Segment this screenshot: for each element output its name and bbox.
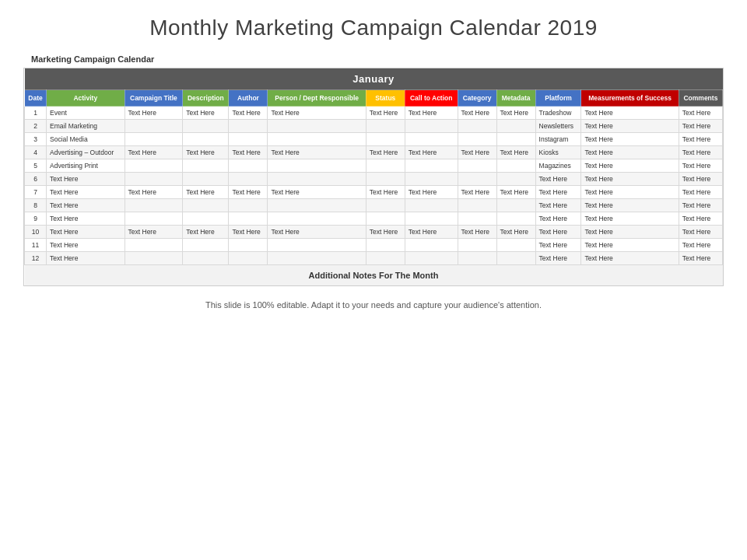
cell-activity: Event bbox=[47, 107, 125, 120]
table-row: 2Email MarketingNewslettersText HereText… bbox=[25, 120, 723, 133]
cell-author: Text Here bbox=[229, 186, 268, 199]
cell-platform: Text Here bbox=[535, 252, 581, 265]
cell-cta: Text Here bbox=[405, 107, 458, 120]
cell-author: Text Here bbox=[229, 226, 268, 239]
cell-measure: Text Here bbox=[581, 107, 679, 120]
cell-activity: Text Here bbox=[47, 212, 125, 226]
cell-activity: Email Marketing bbox=[47, 120, 125, 133]
cell-author bbox=[229, 133, 268, 146]
cell-platform: Instagram bbox=[535, 133, 581, 146]
cell-metadata bbox=[496, 159, 535, 173]
col-header-metadata: Metadata bbox=[496, 90, 535, 107]
cell-comments: Text Here bbox=[679, 120, 722, 133]
cell-person bbox=[268, 120, 366, 133]
cell-status bbox=[366, 133, 405, 146]
cell-num: 11 bbox=[25, 239, 47, 252]
cell-platform: Text Here bbox=[535, 199, 581, 212]
cell-category: Text Here bbox=[458, 226, 496, 239]
cell-desc bbox=[183, 252, 229, 265]
table-row: 11Text HereText HereText HereText Here bbox=[25, 239, 723, 252]
cell-category bbox=[458, 173, 496, 186]
cell-measure: Text Here bbox=[581, 120, 679, 133]
cell-status: Text Here bbox=[366, 226, 405, 239]
cell-cta bbox=[405, 212, 458, 226]
table-row: 8Text HereText HereText HereText Here bbox=[25, 199, 723, 212]
cell-activity: Advertising Print bbox=[47, 159, 125, 173]
cell-platform: Tradeshow bbox=[535, 107, 581, 120]
cell-category bbox=[458, 120, 496, 133]
cell-campaign bbox=[124, 159, 183, 173]
table-row: 6Text HereText HereText HereText Here bbox=[25, 173, 723, 186]
cell-category bbox=[458, 133, 496, 146]
cell-activity: Advertising – Outdoor bbox=[47, 146, 125, 159]
cell-num: 1 bbox=[25, 107, 47, 120]
cell-num: 3 bbox=[25, 133, 47, 146]
cell-platform: Text Here bbox=[535, 186, 581, 199]
cell-author bbox=[229, 159, 268, 173]
col-header-comments: Comments bbox=[679, 90, 722, 107]
cell-platform: Kiosks bbox=[535, 146, 581, 159]
calendar-table: JanuaryDateActivityCampaign TitleDescrip… bbox=[24, 68, 723, 285]
cell-activity: Text Here bbox=[47, 186, 125, 199]
month-header-row: January bbox=[25, 68, 723, 90]
cell-person bbox=[268, 212, 366, 226]
col-header-status: Status bbox=[366, 90, 405, 107]
cell-metadata: Text Here bbox=[496, 107, 535, 120]
cell-category bbox=[458, 159, 496, 173]
cell-desc: Text Here bbox=[183, 107, 229, 120]
col-header-cta: Call to Action bbox=[405, 90, 458, 107]
cell-category: Text Here bbox=[458, 186, 496, 199]
cell-cta: Text Here bbox=[405, 226, 458, 239]
cell-metadata bbox=[496, 133, 535, 146]
page-title: Monthly Marketing Campaign Calendar 2019 bbox=[149, 16, 598, 40]
cell-desc bbox=[183, 133, 229, 146]
cell-cta bbox=[405, 239, 458, 252]
cell-status bbox=[366, 120, 405, 133]
cell-num: 9 bbox=[25, 212, 47, 226]
cell-campaign bbox=[124, 133, 183, 146]
cell-author bbox=[229, 252, 268, 265]
cell-person bbox=[268, 159, 366, 173]
cell-metadata: Text Here bbox=[496, 226, 535, 239]
col-header-campaign: Campaign Title bbox=[124, 90, 183, 107]
col-header-date: Date bbox=[25, 90, 47, 107]
cell-author bbox=[229, 199, 268, 212]
cell-activity: Text Here bbox=[47, 252, 125, 265]
cell-measure: Text Here bbox=[581, 199, 679, 212]
cell-author bbox=[229, 239, 268, 252]
cell-platform: Text Here bbox=[535, 212, 581, 226]
cell-status bbox=[366, 212, 405, 226]
table-row: 7Text HereText HereText HereText HereTex… bbox=[25, 186, 723, 199]
cell-campaign bbox=[124, 239, 183, 252]
table-row: 4Advertising – OutdoorText HereText Here… bbox=[25, 146, 723, 159]
cell-status bbox=[366, 239, 405, 252]
cell-category: Text Here bbox=[458, 146, 496, 159]
col-header-platform: Platform bbox=[535, 90, 581, 107]
cell-author bbox=[229, 212, 268, 226]
table-row: 3Social MediaInstagramText HereText Here bbox=[25, 133, 723, 146]
cell-desc bbox=[183, 159, 229, 173]
cell-activity: Social Media bbox=[47, 133, 125, 146]
cell-comments: Text Here bbox=[679, 212, 722, 226]
cell-comments: Text Here bbox=[679, 173, 722, 186]
cell-campaign: Text Here bbox=[124, 226, 183, 239]
cell-measure: Text Here bbox=[581, 159, 679, 173]
cell-status bbox=[366, 252, 405, 265]
cell-category bbox=[458, 199, 496, 212]
cell-metadata bbox=[496, 239, 535, 252]
cell-desc bbox=[183, 239, 229, 252]
cell-cta bbox=[405, 173, 458, 186]
table-row: 5Advertising PrintMagazinesText HereText… bbox=[25, 159, 723, 173]
cell-author: Text Here bbox=[229, 146, 268, 159]
cell-cta bbox=[405, 120, 458, 133]
footer-row: Additional Notes For The Month bbox=[25, 265, 723, 286]
cell-metadata bbox=[496, 173, 535, 186]
cell-category bbox=[458, 212, 496, 226]
col-header-activity: Activity bbox=[47, 90, 125, 107]
footer-cell: Additional Notes For The Month bbox=[25, 265, 723, 286]
cell-metadata bbox=[496, 212, 535, 226]
cell-desc bbox=[183, 173, 229, 186]
cell-metadata: Text Here bbox=[496, 146, 535, 159]
cell-measure: Text Here bbox=[581, 212, 679, 226]
cell-desc: Text Here bbox=[183, 226, 229, 239]
